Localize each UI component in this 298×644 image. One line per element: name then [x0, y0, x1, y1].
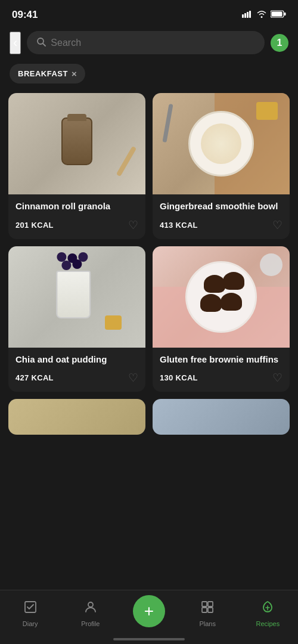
status-bar: 09:41: [0, 0, 298, 26]
recipe-card-info-brownie: Gluten free brownie muffins 130 KCAL ♡: [153, 348, 290, 392]
recipe-name-chia: Chia and oat pudding: [15, 354, 138, 366]
honey-small-art: [105, 315, 122, 330]
nav-item-diary[interactable]: Diary: [13, 600, 48, 627]
recipe-card-info-smoothie: Gingerbread smoothie bowl 413 KCAL ♡: [153, 194, 290, 239]
recipes-icon: [260, 600, 275, 618]
recipe-image-brownie: [153, 246, 290, 348]
recipe-kcal-row-brownie: 130 KCAL ♡: [160, 371, 283, 385]
recipes-label: Recipes: [256, 620, 280, 627]
favorite-button-brownie[interactable]: ♡: [272, 371, 283, 385]
svg-point-10: [88, 602, 93, 607]
svg-rect-13: [202, 608, 207, 612]
svg-rect-12: [208, 602, 213, 606]
back-button[interactable]: ‹: [10, 32, 21, 54]
recipe-grid: Cinnamon roll granola 201 KCAL ♡ Gingerb…: [0, 91, 298, 392]
recipe-grid-partial: [0, 392, 298, 435]
signal-icon: [242, 10, 253, 20]
recipe-image-granola: [8, 93, 145, 194]
partial-image-left: [8, 399, 145, 435]
recipe-kcal-chia: 427 KCAL: [15, 373, 54, 382]
berry-5: [72, 259, 82, 269]
search-input[interactable]: [51, 38, 255, 48]
battery-icon: [271, 10, 286, 20]
berries-art: [57, 252, 90, 270]
muffin-2: [223, 272, 244, 290]
recipe-card-granola[interactable]: Cinnamon roll granola 201 KCAL ♡: [8, 93, 145, 239]
recipe-name-brownie: Gluten free brownie muffins: [160, 354, 283, 366]
profile-label: Profile: [81, 620, 100, 627]
status-time: 09:41: [12, 9, 38, 21]
bottom-nav: Diary Profile + Plans: [0, 590, 298, 644]
plans-label: Plans: [199, 620, 216, 627]
svg-rect-6: [284, 13, 286, 16]
recipe-kcal-smoothie: 413 KCAL: [160, 221, 198, 230]
profile-icon: [83, 600, 98, 618]
muffin-4: [221, 293, 242, 311]
nav-item-recipes[interactable]: Recipes: [250, 600, 285, 627]
recipe-kcal-row-chia: 427 KCAL ♡: [15, 371, 138, 385]
filter-chip-label: BREAKFAST: [18, 69, 68, 78]
favorite-button-smoothie[interactable]: ♡: [272, 218, 283, 232]
svg-rect-3: [249, 11, 251, 18]
berry-4: [61, 261, 71, 270]
home-indicator: [113, 638, 185, 640]
diary-icon: [23, 600, 38, 618]
spoon-art: [116, 146, 136, 177]
muffin-3: [200, 294, 222, 312]
add-icon: +: [144, 603, 154, 620]
recipe-card-info-chia: Chia and oat pudding 427 KCAL ♡: [8, 348, 145, 392]
search-bar[interactable]: [27, 31, 265, 54]
recipe-kcal-row-granola: 201 KCAL ♡: [15, 218, 138, 232]
recipe-card-smoothie[interactable]: Gingerbread smoothie bowl 413 KCAL ♡: [153, 93, 290, 239]
svg-rect-0: [242, 14, 244, 18]
chia-glass-art: [56, 271, 91, 318]
recipe-image-smoothie: [153, 93, 290, 194]
search-bar-row: ‹ 1: [0, 26, 298, 59]
breakfast-filter-chip[interactable]: BREAKFAST ×: [10, 64, 85, 83]
muffin-1: [204, 275, 225, 293]
nav-item-plans[interactable]: Plans: [190, 600, 225, 627]
wifi-icon: [256, 10, 267, 20]
recipe-card-info-granola: Cinnamon roll granola 201 KCAL ♡: [8, 194, 145, 239]
circle-action-button[interactable]: [260, 253, 283, 276]
svg-rect-1: [244, 13, 246, 18]
recipe-kcal-brownie: 130 KCAL: [160, 373, 198, 382]
filter-chip-close[interactable]: ×: [72, 69, 77, 79]
granola-jar-art: [61, 117, 92, 165]
svg-rect-11: [202, 602, 207, 606]
honey-cup-art: [256, 102, 278, 120]
smoothie-spoon-art: [162, 104, 173, 143]
nav-item-profile[interactable]: Profile: [73, 600, 108, 627]
add-button[interactable]: +: [133, 595, 165, 627]
smoothie-bowl-art: [188, 111, 254, 177]
recipe-name-smoothie: Gingerbread smoothie bowl: [160, 200, 283, 212]
search-icon: [36, 37, 46, 48]
plans-icon: [200, 600, 215, 618]
recipe-kcal-granola: 201 KCAL: [15, 221, 54, 230]
brownie-plate-art: [185, 261, 257, 333]
recipe-image-chia: [8, 246, 145, 348]
svg-line-8: [43, 44, 45, 46]
filter-count-badge[interactable]: 1: [271, 34, 288, 52]
recipe-card-partial-right[interactable]: [153, 399, 290, 435]
recipe-kcal-row-smoothie: 413 KCAL ♡: [160, 218, 283, 232]
recipe-card-brownie[interactable]: Gluten free brownie muffins 130 KCAL ♡: [153, 246, 290, 392]
svg-rect-14: [208, 608, 213, 612]
status-icons: [242, 10, 286, 20]
recipe-card-chia[interactable]: Chia and oat pudding 427 KCAL ♡: [8, 246, 145, 392]
diary-label: Diary: [23, 620, 38, 627]
svg-rect-5: [272, 12, 283, 17]
svg-rect-2: [247, 12, 249, 18]
filter-row: BREAKFAST ×: [0, 59, 298, 91]
partial-image-right: [153, 399, 290, 435]
favorite-button-chia[interactable]: ♡: [128, 371, 138, 385]
recipe-card-partial-left[interactable]: [8, 399, 145, 435]
favorite-button-granola[interactable]: ♡: [128, 218, 138, 232]
recipe-name-granola: Cinnamon roll granola: [15, 200, 138, 212]
